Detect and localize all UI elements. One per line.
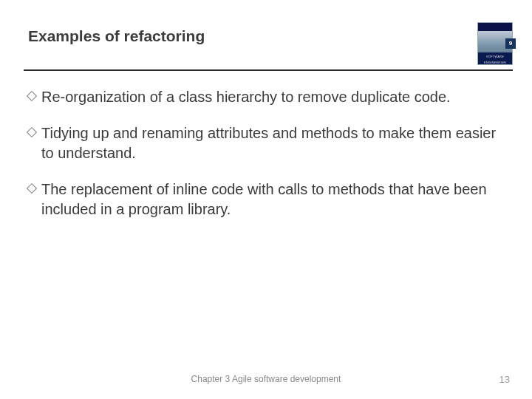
slide: Examples of refactoring SOFTWARE ENGINEE… (0, 0, 532, 399)
bullet-text: The replacement of inline code with call… (41, 180, 502, 219)
content-area: Re-organization of a class hierarchy to … (28, 87, 502, 236)
book-edition-badge: 9 (505, 38, 516, 49)
footer-chapter: Chapter 3 Agile software development (0, 374, 532, 384)
book-cover-thumbnail: SOFTWARE ENGINEERING 9 (477, 22, 513, 65)
list-item: Re-organization of a class hierarchy to … (28, 87, 502, 107)
slide-title: Examples of refactoring (28, 22, 513, 45)
diamond-bullet-icon (27, 183, 37, 194)
diamond-bullet-icon (27, 91, 37, 101)
book-cover-label: SOFTWARE ENGINEERING (478, 52, 512, 64)
list-item: The replacement of inline code with call… (28, 180, 502, 219)
bullet-text: Re-organization of a class hierarchy to … (41, 87, 451, 107)
bullet-text: Tidying up and renaming attributes and m… (41, 123, 502, 163)
page-number: 13 (499, 374, 510, 385)
header-divider (24, 69, 513, 71)
list-item: Tidying up and renaming attributes and m… (28, 123, 502, 163)
diamond-bullet-icon (27, 127, 37, 137)
header-row: Examples of refactoring SOFTWARE ENGINEE… (28, 22, 513, 65)
footer: Chapter 3 Agile software development 13 (0, 374, 532, 389)
